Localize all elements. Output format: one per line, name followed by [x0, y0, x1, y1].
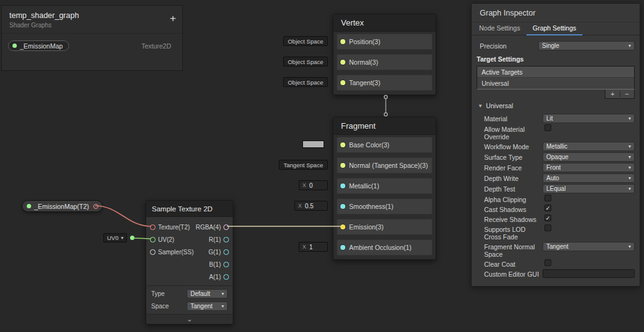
sample-texture-2d-node[interactable]: Sample Texture 2D Texture(T2)RGBA(4)UV(2…: [146, 200, 233, 325]
port-sampler-ss[interactable]: [150, 249, 156, 255]
sample-port-row: Sampler(SS)G(1): [146, 246, 233, 258]
fragment-port-metallic-1: Metallic(1): [337, 178, 432, 194]
space-dropdown-normal-tangent-space-3[interactable]: Tangent Space: [279, 160, 328, 170]
port-dot-normal-tangent-space-3[interactable]: [340, 163, 345, 168]
port-dot-normal-3[interactable]: [340, 60, 345, 65]
render-face-dropdown[interactable]: Front▾: [543, 163, 635, 172]
workflow-mode-dropdown-value: Metallic: [546, 143, 567, 150]
setting-row-cast-shadows: Cast Shadows✓: [477, 205, 635, 213]
port-uv-2[interactable]: [150, 237, 156, 242]
port-label: A(1): [209, 274, 221, 280]
setting-row-depth-test: Depth TestLEqual▾: [477, 184, 635, 193]
property-pill-emissionmap[interactable]: _EmissionMap: [8, 40, 69, 51]
wire-emissionmap-to-texture[interactable]: [95, 206, 151, 226]
vertex-port-position-3: Position(3): [337, 34, 432, 50]
setting-label: Type: [151, 290, 165, 297]
port-r-1[interactable]: [223, 237, 229, 242]
port-b-1[interactable]: [223, 262, 229, 267]
port-dot-smoothness-1[interactable]: [340, 204, 345, 209]
vertex-port-normal-3: Normal(3): [337, 54, 432, 70]
axis-label: X: [298, 203, 302, 209]
depth-write-dropdown-value: Auto: [546, 175, 559, 182]
inspector-title[interactable]: Graph Inspector: [472, 4, 640, 22]
collapse-node-button[interactable]: ⌄: [146, 314, 233, 324]
fragment-normal-space-dropdown[interactable]: Tangent▾: [543, 242, 635, 251]
material-dropdown[interactable]: Lit▾: [543, 114, 635, 123]
depth-write-dropdown[interactable]: Auto▾: [543, 173, 635, 183]
type-dropdown[interactable]: Default▾: [187, 289, 228, 298]
inspector-content: Precision Single ▾ Target Settings Activ…: [472, 35, 640, 278]
property-row: _EmissionMap Texture2D: [8, 40, 175, 51]
metallic-1-field[interactable]: X0: [299, 180, 328, 190]
space-dropdown-position-3[interactable]: Object Space: [283, 36, 328, 46]
port-dot-metallic-1[interactable]: [340, 183, 345, 188]
output-a-1: A(1): [209, 274, 229, 280]
port-rgba-4[interactable]: [223, 224, 229, 230]
sample-node-settings: TypeDefault▾SpaceTangent▾: [146, 285, 233, 314]
tab-graph-settings[interactable]: Graph Settings: [526, 22, 582, 35]
cast-shadows-checkbox[interactable]: ✓: [544, 205, 551, 211]
uv-channel-dropdown[interactable]: UV0 ▾: [103, 233, 127, 242]
add-property-button[interactable]: +: [170, 12, 176, 25]
port-g-1[interactable]: [223, 249, 229, 255]
clear-coat-checkbox[interactable]: [544, 259, 551, 266]
space-dropdown[interactable]: Tangent▾: [187, 302, 228, 311]
setting-label: Supports LOD Cross Fade: [484, 224, 543, 241]
fragment-node[interactable]: Fragment Base Color(3)Normal (Tangent Sp…: [333, 117, 436, 260]
depth-test-dropdown-value: LEqual: [546, 185, 566, 192]
allow-material-override-checkbox[interactable]: [544, 124, 551, 131]
port-dot-ambient-occlusion-1[interactable]: [340, 245, 345, 250]
precision-row: Precision Single ▾: [477, 41, 635, 50]
supports-lod-cross-fade-checkbox[interactable]: [544, 224, 551, 231]
add-target-button[interactable]: +: [606, 90, 620, 98]
emissionmap-output-port[interactable]: [93, 204, 98, 209]
chevron-down-icon: ▾: [626, 144, 631, 149]
port-a-1[interactable]: [223, 274, 229, 280]
fragment-port-emission-3: Emission(3): [337, 219, 432, 235]
port-dot-base-color-3[interactable]: [340, 142, 345, 147]
vertex-node[interactable]: Vertex Position(3)Normal(3)Tangent(3): [333, 14, 436, 95]
tab-node-settings[interactable]: Node Settings: [473, 22, 526, 35]
input-texture-t2: Texture(T2): [150, 224, 190, 231]
fragment-normal-space-dropdown-value: Tangent: [546, 243, 569, 250]
graph-title: temp_shader_graph: [9, 11, 175, 20]
setting-row-clear-coat: Clear Coat: [477, 259, 635, 268]
port-dot-tangent-3[interactable]: [340, 80, 345, 85]
space-dropdown-tangent-3[interactable]: Object Space: [283, 77, 328, 87]
receive-shadows-checkbox[interactable]: ✓: [544, 214, 551, 221]
fragment-node-title[interactable]: Fragment: [334, 118, 436, 135]
remove-target-button[interactable]: −: [620, 90, 634, 98]
sample-port-row: A(1): [146, 270, 233, 283]
universal-foldout[interactable]: ▼ Universal: [477, 102, 635, 109]
vertex-node-title[interactable]: Vertex: [334, 14, 436, 32]
target-universal[interactable]: Universal: [477, 78, 634, 89]
custom-editor-gui-field[interactable]: [543, 269, 635, 278]
emissionmap-property-node[interactable]: _EmissionMap(T2): [22, 200, 103, 212]
chevron-down-icon: ▾: [626, 165, 631, 170]
fragment-node-body: Base Color(3)Normal (Tangent Space)(3)Me…: [334, 135, 436, 259]
ambient-occlusion-1-field[interactable]: X1: [299, 242, 328, 252]
port-texture-t2[interactable]: [150, 224, 156, 230]
fragment-port-normal-tangent-space-3: Normal (Tangent Space)(3): [337, 157, 432, 173]
setting-row-alpha-clipping: Alpha Clipping: [477, 195, 635, 203]
depth-test-dropdown[interactable]: LEqual▾: [543, 184, 635, 193]
base-color-swatch[interactable]: [302, 141, 324, 148]
smoothness-1-field[interactable]: X0.5: [294, 201, 328, 211]
property-type-dot: [27, 204, 31, 208]
field-value: 1: [309, 244, 313, 251]
workflow-mode-dropdown[interactable]: Metallic▾: [543, 142, 635, 151]
surface-type-dropdown[interactable]: Opaque▾: [543, 152, 635, 162]
port-dot-position-3[interactable]: [340, 39, 345, 44]
chevron-down-icon: ▾: [121, 235, 123, 241]
chevron-down-icon: ▾: [626, 244, 631, 249]
precision-dropdown[interactable]: Single ▾: [538, 41, 635, 50]
port-dot-emission-3[interactable]: [340, 224, 345, 229]
alpha-clipping-checkbox[interactable]: [544, 195, 551, 201]
space-dropdown-normal-3[interactable]: Object Space: [283, 57, 328, 67]
chevron-down-icon: ▾: [219, 291, 224, 297]
output-r-1: R(1): [209, 236, 229, 243]
sample-node-title[interactable]: Sample Texture 2D: [146, 201, 233, 217]
precision-label: Precision: [480, 42, 506, 50]
port-label: UV(2): [158, 236, 174, 243]
uv0-output-port[interactable]: [130, 236, 134, 240]
